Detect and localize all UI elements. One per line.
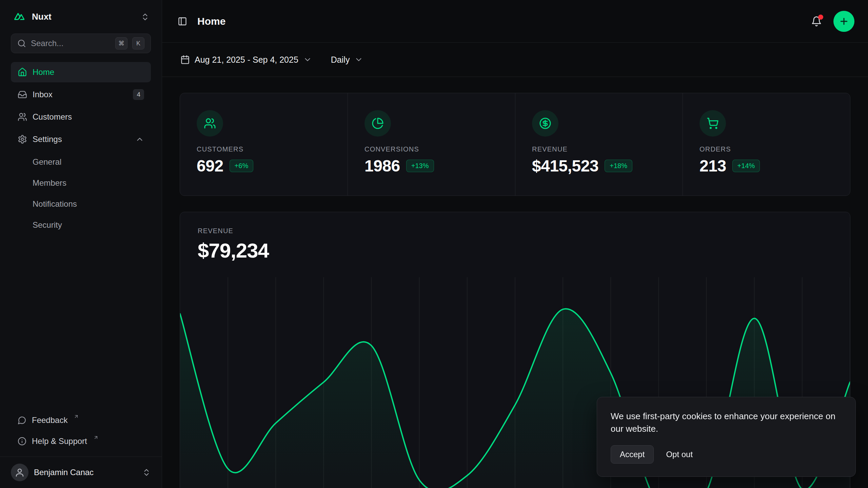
stat-delta-badge: +13%	[406, 160, 434, 172]
gear-icon	[18, 135, 27, 144]
topbar: Home	[162, 0, 868, 43]
cookie-accept-button[interactable]: Accept	[611, 445, 654, 464]
search-icon	[17, 39, 26, 48]
sidebar-item-security[interactable]: Security	[11, 215, 151, 235]
brand-name: Nuxt	[32, 12, 52, 22]
stat-revenue[interactable]: REVENUE $415,523 +18%	[515, 93, 683, 196]
help-support-link[interactable]: Help & Support	[11, 431, 151, 451]
stat-label: CUSTOMERS	[197, 145, 331, 153]
stat-value: 692	[197, 157, 223, 175]
workspace-switcher[interactable]: Nuxt	[0, 0, 162, 29]
cookie-banner: We use first-party cookies to enhance yo…	[597, 397, 856, 477]
add-button[interactable]	[833, 11, 854, 32]
sidebar-item-label: Customers	[33, 112, 72, 122]
shopping-cart-icon	[699, 110, 726, 137]
circle-dollar-icon	[532, 110, 558, 137]
sidebar-item-notifications[interactable]: Notifications	[11, 194, 151, 214]
stat-label: REVENUE	[532, 145, 666, 153]
home-icon	[18, 67, 27, 77]
revenue-card-label: REVENUE	[198, 227, 832, 235]
granularity-label: Daily	[331, 55, 350, 65]
notifications-button[interactable]	[809, 14, 824, 29]
chevrons-up-down-icon	[142, 468, 151, 477]
settings-sub-items: General Members Notifications Security	[11, 152, 151, 235]
search-input[interactable]	[31, 39, 111, 48]
filters-toolbar: Aug 21, 2025 - Sep 4, 2025 Daily	[162, 43, 868, 77]
date-range-label: Aug 21, 2025 - Sep 4, 2025	[195, 55, 298, 65]
sidebar-item-members[interactable]: Members	[11, 173, 151, 193]
sidebar-item-label: Home	[33, 67, 54, 77]
sidebar: Nuxt ⌘ K Home Inbo	[0, 0, 162, 488]
stat-customers[interactable]: CUSTOMERS 692 +6%	[180, 93, 348, 196]
stat-delta-badge: +6%	[230, 160, 254, 172]
stats-row: CUSTOMERS 692 +6% CONVERSIONS 1986 +13%	[180, 93, 850, 196]
inbox-icon	[18, 90, 27, 99]
sidebar-item-home[interactable]: Home	[11, 62, 151, 82]
chevron-down-icon	[303, 55, 312, 64]
avatar	[11, 464, 28, 481]
sidebar-nav: Home Inbox 4 Customers Settings	[0, 58, 162, 235]
sidebar-toggle-button[interactable]	[176, 15, 189, 28]
stat-label: ORDERS	[699, 145, 833, 153]
nuxt-logo-icon	[12, 12, 26, 22]
kbd-cmd: ⌘	[115, 37, 127, 49]
chevron-down-icon	[354, 55, 363, 64]
info-circle-icon	[18, 437, 26, 446]
help-support-label: Help & Support	[32, 436, 87, 446]
chart-pie-icon	[364, 110, 391, 137]
granularity-select[interactable]: Daily	[325, 50, 370, 69]
plus-icon	[839, 16, 849, 26]
cookie-message: We use first-party cookies to enhance yo…	[611, 410, 842, 435]
sidebar-item-inbox[interactable]: Inbox 4	[11, 84, 151, 105]
message-circle-icon	[18, 416, 26, 425]
sidebar-footer: Feedback Help & Support	[0, 408, 162, 456]
sidebar-item-label: Inbox	[33, 90, 53, 99]
external-link-icon	[93, 435, 99, 440]
chevron-up-icon	[135, 135, 144, 144]
stat-delta-badge: +14%	[732, 160, 760, 172]
feedback-link[interactable]: Feedback	[11, 410, 151, 430]
stat-conversions[interactable]: CONVERSIONS 1986 +13%	[348, 93, 515, 196]
users-icon	[197, 110, 223, 137]
stat-value: $415,523	[532, 157, 598, 175]
page-title: Home	[197, 16, 225, 27]
sidebar-item-general[interactable]: General	[11, 152, 151, 172]
feedback-label: Feedback	[32, 415, 67, 425]
sidebar-item-customers[interactable]: Customers	[11, 107, 151, 127]
sidebar-item-label: Settings	[33, 135, 62, 144]
calendar-icon	[180, 55, 190, 64]
search-box[interactable]: ⌘ K	[11, 34, 151, 53]
revenue-card-value: $79,234	[198, 239, 832, 262]
panel-left-icon	[178, 17, 187, 26]
chevrons-up-down-icon	[141, 13, 150, 21]
stat-delta-badge: +18%	[605, 160, 632, 172]
stat-value: 1986	[364, 157, 400, 175]
stat-value: 213	[699, 157, 726, 175]
kbd-k: K	[132, 37, 144, 49]
external-link-icon	[74, 414, 79, 419]
notification-dot	[818, 15, 823, 20]
inbox-count-badge: 4	[133, 89, 144, 100]
sidebar-item-settings[interactable]: Settings	[11, 129, 151, 149]
user-name: Benjamin Canac	[34, 468, 94, 477]
user-menu[interactable]: Benjamin Canac	[0, 456, 162, 488]
date-range-picker[interactable]: Aug 21, 2025 - Sep 4, 2025	[174, 50, 318, 69]
stat-orders[interactable]: ORDERS 213 +14%	[683, 93, 850, 196]
stat-label: CONVERSIONS	[364, 145, 498, 153]
users-icon	[18, 112, 27, 122]
cookie-optout-button[interactable]: Opt out	[657, 446, 702, 463]
